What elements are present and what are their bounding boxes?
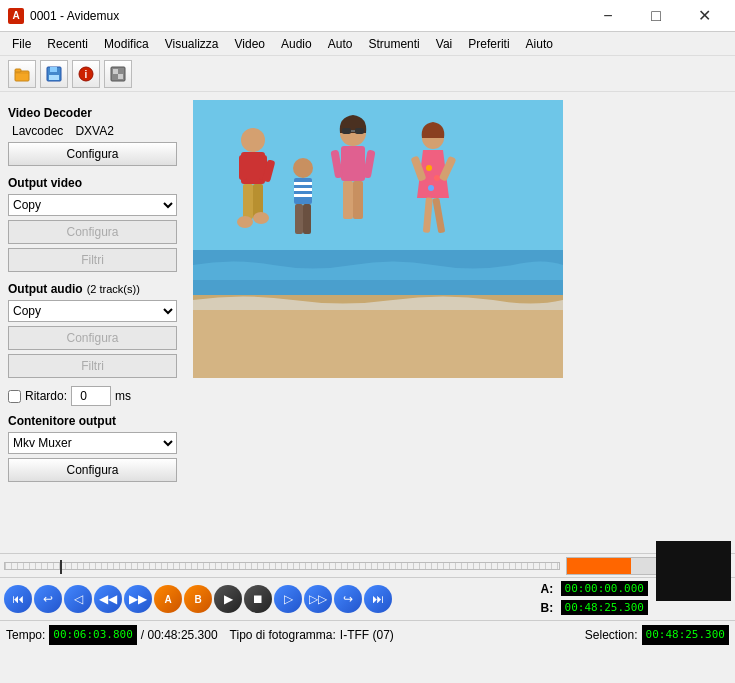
svg-point-21 (253, 212, 269, 224)
tc-b-value: 00:48:25.300 (561, 600, 648, 615)
timecode-bar: Tempo: 00:06:03.800 / 00:48:25.300 Tipo … (0, 620, 735, 648)
delay-checkbox[interactable] (8, 390, 21, 403)
title-bar: A 0001 - Avidemux − □ ✕ (0, 0, 735, 32)
output-video-dropdown-row: Copy (8, 194, 177, 216)
codec-label: Lavcodec (12, 124, 63, 138)
menu-aiuto[interactable]: Aiuto (518, 35, 561, 53)
menu-recenti[interactable]: Recenti (39, 35, 96, 53)
svg-text:i: i (85, 69, 88, 80)
prev-keyframe-button[interactable]: ◀◀ (94, 585, 122, 613)
delay-unit: ms (115, 389, 131, 403)
play-button[interactable]: ▶ (214, 585, 242, 613)
rewind-start-button[interactable]: ⏮ (4, 585, 32, 613)
minimize-button[interactable]: − (585, 0, 631, 32)
menu-video[interactable]: Video (227, 35, 273, 53)
timeline-thumb (60, 560, 62, 574)
menu-visualizza[interactable]: Visualizza (157, 35, 227, 53)
next-keyframe-button[interactable]: ▶▶ (124, 585, 152, 613)
svg-rect-3 (50, 67, 57, 72)
menu-preferiti[interactable]: Preferiti (460, 35, 517, 53)
app-icon: A (8, 8, 24, 24)
svg-rect-30 (343, 181, 353, 219)
output-audio-dropdown-row: Copy (8, 300, 177, 322)
encode-button[interactable] (104, 60, 132, 88)
close-button[interactable]: ✕ (681, 0, 727, 32)
output-audio-subtitle: (2 track(s)) (87, 283, 140, 295)
container-title: Contenitore output (8, 414, 177, 428)
container-configure-button[interactable]: Configura (8, 458, 177, 482)
output-video-title: Output video (8, 176, 177, 190)
fwd-keyframe-button[interactable]: ▷▷ (304, 585, 332, 613)
svg-rect-12 (193, 300, 563, 378)
info-button[interactable]: i (72, 60, 100, 88)
menu-modifica[interactable]: Modifica (96, 35, 157, 53)
video-thumbnail (656, 541, 731, 601)
transport-bar: ⏮ ↩ ◁ ◀◀ ▶▶ A B ▶ ⏹ ▷ ▷▷ ↪ ⏭ A: 00:00:00… (0, 578, 735, 620)
svg-point-41 (434, 175, 440, 181)
svg-rect-26 (351, 130, 355, 132)
menu-auto[interactable]: Auto (320, 35, 361, 53)
fwd-end-button[interactable]: ⏭ (364, 585, 392, 613)
svg-point-32 (293, 158, 313, 178)
title-bar-left: A 0001 - Avidemux (8, 8, 119, 24)
svg-point-14 (241, 128, 265, 152)
svg-rect-18 (243, 184, 253, 219)
open-button[interactable] (8, 60, 36, 88)
svg-rect-4 (49, 75, 59, 80)
bottom-area: ▲ ▼ ⏮ ↩ ◁ ◀◀ ▶▶ A B ▶ ⏹ ▷ ▷▷ ↪ ⏭ A: 00:0… (0, 553, 735, 683)
frame-type-value: I-TFF (07) (340, 628, 394, 642)
maximize-button[interactable]: □ (633, 0, 679, 32)
stop-button[interactable]: ⏹ (244, 585, 272, 613)
menu-strumenti[interactable]: Strumenti (360, 35, 427, 53)
svg-rect-27 (341, 146, 365, 181)
delay-input[interactable]: 0 (71, 386, 111, 406)
tc-info: A: 00:00:00.000 B: 00:48:25.300 (541, 581, 648, 617)
menu-vai[interactable]: Vai (428, 35, 460, 53)
video-decoder-configure-button[interactable]: Configura (8, 142, 177, 166)
tempo-label: Tempo: (6, 628, 45, 642)
menu-file[interactable]: File (4, 35, 39, 53)
rewind-button[interactable]: ↩ (34, 585, 62, 613)
output-audio-configure-button[interactable]: Configura (8, 326, 177, 350)
svg-rect-9 (118, 74, 123, 79)
codec-value: DXVA2 (75, 124, 113, 138)
video-decoder-title: Video Decoder (8, 106, 177, 120)
output-video-configure-button[interactable]: Configura (8, 220, 177, 244)
menu-bar: File Recenti Modifica Visualizza Video A… (0, 32, 735, 56)
selection-label: Selection: (585, 628, 638, 642)
selection-value: 00:48:25.300 (642, 625, 729, 645)
svg-rect-38 (303, 204, 311, 234)
menu-audio[interactable]: Audio (273, 35, 320, 53)
svg-rect-36 (294, 194, 312, 197)
svg-rect-1 (15, 69, 21, 72)
total-value: / 00:48:25.300 (141, 628, 218, 642)
output-video-dropdown[interactable]: Copy (8, 194, 177, 216)
toolbar: i (0, 56, 735, 92)
title-controls: − □ ✕ (585, 0, 727, 32)
save-button[interactable] (40, 60, 68, 88)
tempo-value: 00:06:03.800 (49, 625, 136, 645)
output-audio-filter-button[interactable]: Filtri (8, 354, 177, 378)
mark-b-button[interactable]: B (184, 585, 212, 613)
codec-row: Lavcodec DXVA2 (8, 124, 177, 138)
svg-rect-31 (353, 181, 363, 219)
output-audio-dropdown[interactable]: Copy (8, 300, 177, 322)
svg-rect-8 (113, 69, 118, 74)
svg-point-40 (426, 165, 432, 171)
delay-row: Ritardo: 0 ms (8, 386, 177, 406)
svg-point-20 (237, 216, 253, 228)
mark-a-button[interactable]: A (154, 585, 182, 613)
tc-b-label: B: (541, 601, 557, 615)
fwd-frame-button[interactable]: ▷ (274, 585, 302, 613)
rewind-frame-button[interactable]: ◁ (64, 585, 92, 613)
svg-rect-37 (295, 204, 303, 234)
output-audio-title: Output audio (8, 282, 83, 296)
output-video-filter-button[interactable]: Filtri (8, 248, 177, 272)
video-preview (193, 100, 563, 378)
container-dropdown[interactable]: Mkv Muxer (8, 432, 177, 454)
progress-fill (567, 558, 631, 574)
timeline-track[interactable] (4, 562, 560, 570)
svg-rect-24 (342, 128, 351, 134)
fwd-button[interactable]: ↪ (334, 585, 362, 613)
tc-a-row: A: 00:00:00.000 (541, 581, 648, 596)
